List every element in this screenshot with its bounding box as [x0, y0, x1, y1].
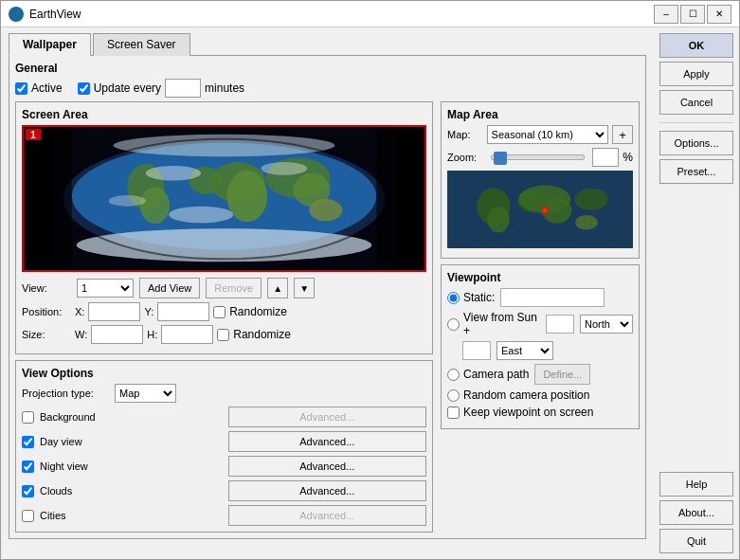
day-view-check[interactable]: Day view	[22, 431, 221, 452]
tab-bar: Wallpaper Screen Saver	[9, 33, 646, 56]
random-camera-radio-label[interactable]: Random camera position	[447, 388, 589, 402]
clouds-checkbox[interactable]	[22, 485, 34, 497]
clouds-adv-button[interactable]: Advanced...	[228, 480, 427, 501]
minimize-button[interactable]: –	[654, 5, 678, 24]
night-view-label: Night view	[40, 461, 221, 472]
svg-point-13	[146, 166, 201, 181]
camera-path-radio[interactable]	[447, 369, 460, 381]
coords-input[interactable]: 0.00° N 0.00° E	[500, 288, 605, 307]
cities-check[interactable]: Cities	[22, 505, 221, 526]
define-button[interactable]: Define...	[534, 364, 590, 385]
map-select[interactable]: Seasonal (10 km)	[487, 125, 609, 144]
cities-adv-button[interactable]: Advanced...	[228, 505, 427, 526]
zoom-slider-track[interactable]	[491, 154, 586, 160]
cancel-button[interactable]: Cancel	[659, 90, 733, 115]
randomize1-checkbox[interactable]	[213, 306, 226, 318]
randomize2-label[interactable]: Randomize	[217, 328, 291, 341]
down-arrow-button[interactable]: ▼	[294, 278, 315, 298]
x-input[interactable]: 0	[88, 302, 140, 321]
svg-point-22	[487, 207, 510, 232]
minutes-label: minutes	[205, 81, 244, 95]
apply-button[interactable]: Apply	[659, 62, 733, 86]
zoom-input[interactable]: 1	[592, 148, 619, 167]
preset-button[interactable]: Preset...	[659, 159, 733, 184]
h-input[interactable]: 1080	[161, 325, 213, 344]
svg-point-14	[261, 162, 307, 175]
day-view-label: Day view	[40, 436, 221, 447]
app-icon	[9, 7, 24, 22]
ok-button[interactable]: OK	[659, 33, 733, 58]
camera-path-radio-label[interactable]: Camera path	[447, 368, 529, 381]
view-from-sun-radio[interactable]	[447, 318, 460, 331]
general-row: Active Update every 10 minutes	[15, 79, 640, 98]
map-preview-svg	[447, 171, 633, 248]
sun-deg1-input[interactable]: 0°	[546, 315, 574, 334]
svg-rect-19	[376, 127, 394, 270]
day-adv-button[interactable]: Advanced...	[228, 431, 427, 452]
view-from-sun-radio-label[interactable]: View from Sun +	[447, 311, 540, 337]
night-view-checkbox[interactable]	[22, 461, 34, 473]
svg-point-16	[109, 195, 146, 207]
keep-viewpoint-row: Keep viewpoint on screen	[447, 406, 633, 419]
help-button[interactable]: Help	[659, 472, 733, 497]
randomize2-checkbox[interactable]	[217, 329, 229, 341]
col-right: Map Area Map: Seasonal (10 km) + Zoom:	[441, 101, 640, 533]
quit-button[interactable]: Quit	[659, 529, 733, 553]
clouds-check[interactable]: Clouds	[22, 480, 221, 501]
randomize1-label[interactable]: Randomize	[213, 305, 287, 318]
random-camera-radio[interactable]	[447, 389, 460, 402]
active-check-label[interactable]: Active	[15, 81, 63, 95]
view-options-grid: Background Advanced... Day view Advanced…	[22, 406, 426, 526]
w-label: W:	[75, 329, 87, 340]
update-checkbox[interactable]	[78, 82, 90, 95]
keep-viewpoint-checkbox[interactable]	[447, 406, 460, 419]
background-check[interactable]: Background	[22, 406, 221, 427]
night-view-check[interactable]: Night view	[22, 456, 221, 477]
screen-area-box: Screen Area 1	[15, 101, 433, 354]
keep-viewpoint-label: Keep viewpoint on screen	[463, 406, 593, 419]
svg-point-7	[140, 187, 170, 224]
night-adv-button[interactable]: Advanced...	[228, 456, 427, 477]
zoom-slider-thumb[interactable]	[494, 152, 507, 165]
tab-wallpaper[interactable]: Wallpaper	[9, 33, 91, 56]
projection-select[interactable]: Map	[115, 384, 176, 403]
projection-label: Projection type:	[22, 388, 107, 399]
sun-deg2-input[interactable]: 0°	[462, 341, 491, 360]
day-view-checkbox[interactable]	[22, 436, 34, 448]
add-map-button[interactable]: +	[612, 125, 633, 144]
tab-screensaver[interactable]: Screen Saver	[93, 33, 190, 56]
update-label: Update every	[94, 81, 161, 95]
background-checkbox[interactable]	[22, 411, 34, 424]
keep-viewpoint-check-label[interactable]: Keep viewpoint on screen	[447, 406, 593, 419]
about-button[interactable]: About...	[659, 500, 733, 525]
static-radio[interactable]	[447, 292, 460, 304]
window-controls: – ☐ ✕	[654, 5, 731, 24]
cities-checkbox[interactable]	[22, 510, 34, 522]
general-label: General	[15, 62, 640, 75]
update-check-label[interactable]: Update every	[78, 81, 161, 95]
y-input[interactable]: 0	[157, 302, 209, 321]
static-radio-label[interactable]: Static:	[447, 291, 495, 304]
update-row: Update every 10 minutes	[78, 79, 244, 98]
update-value-input[interactable]: 10	[165, 79, 201, 98]
screen-preview: 1	[22, 125, 426, 272]
north-select[interactable]: North	[580, 315, 633, 334]
w-input[interactable]: 1920	[91, 325, 143, 344]
maximize-button[interactable]: ☐	[680, 5, 705, 24]
background-label: Background	[40, 411, 221, 423]
add-view-button[interactable]: Add View	[139, 278, 200, 298]
camera-path-row: Camera path Define...	[447, 364, 633, 385]
view-select[interactable]: 1	[77, 279, 134, 298]
x-label: X:	[75, 306, 84, 317]
active-checkbox[interactable]	[15, 82, 27, 95]
screen-badge: 1	[26, 129, 41, 140]
remove-button[interactable]: Remove	[206, 278, 262, 298]
view-options-label: View Options	[22, 367, 426, 380]
background-adv-button[interactable]: Advanced...	[228, 406, 427, 427]
options-button[interactable]: Options...	[659, 131, 733, 155]
close-button[interactable]: ✕	[707, 5, 731, 24]
east-select[interactable]: East	[496, 341, 553, 360]
map-area-label: Map Area	[447, 108, 633, 121]
up-arrow-button[interactable]: ▲	[267, 278, 288, 298]
view-options-box: View Options Projection type: Map	[15, 360, 433, 533]
